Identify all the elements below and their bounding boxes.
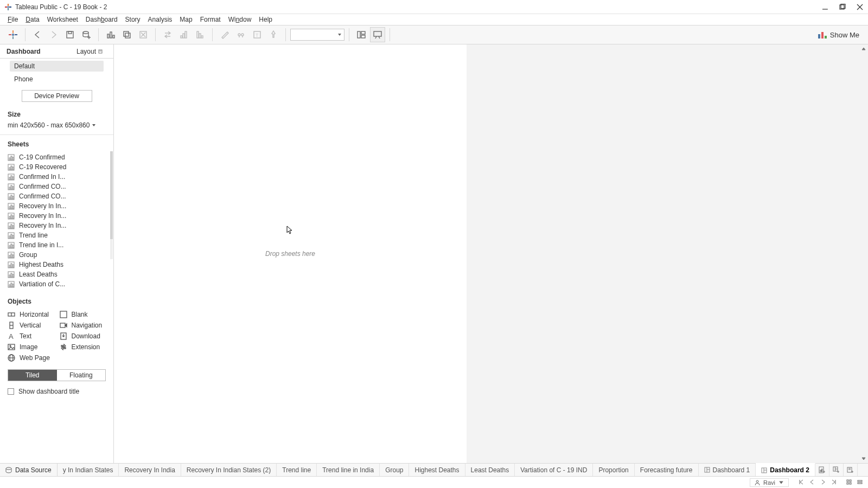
- svg-rect-124: [820, 470, 821, 472]
- nav-prev-icon[interactable]: [809, 479, 815, 486]
- object-vertical[interactable]: Vertical: [8, 322, 54, 329]
- sheet-item[interactable]: C-19 Confirmed: [8, 152, 108, 162]
- objects-header: Objects: [0, 292, 113, 307]
- nav-last-icon[interactable]: [831, 479, 837, 486]
- tab-layout[interactable]: Layout: [70, 46, 113, 57]
- device-phone[interactable]: Phone: [10, 74, 104, 85]
- sheet-tab[interactable]: Recovery In Indian States (2): [181, 464, 277, 476]
- object-horizontal[interactable]: Horizontal: [8, 311, 54, 318]
- menu-story[interactable]: Story: [122, 15, 144, 24]
- object-blank[interactable]: Blank: [60, 311, 106, 318]
- group-icon[interactable]: [233, 27, 248, 42]
- sheets-list: C-19 Confirmed C-19 Recovered Confirmed …: [0, 150, 113, 292]
- new-worksheet-tab-icon[interactable]: [815, 464, 829, 476]
- pin-icon[interactable]: [266, 27, 281, 42]
- sheet-item[interactable]: C-19 Recovered: [8, 162, 108, 172]
- sheet-tab[interactable]: Trend line in India: [317, 464, 380, 476]
- sheet-item[interactable]: Highest Deaths: [8, 260, 108, 269]
- sheet-tab[interactable]: Group: [380, 464, 409, 476]
- swap-icon[interactable]: [160, 27, 175, 42]
- menu-worksheet[interactable]: Worksheet: [44, 15, 81, 24]
- object-extension[interactable]: Extension: [60, 343, 106, 351]
- dashboard-tab-active[interactable]: Dashboard 2: [756, 463, 815, 476]
- menu-file[interactable]: File: [4, 15, 21, 24]
- sort-desc-icon[interactable]: [193, 27, 208, 42]
- tab-dashboard[interactable]: Dashboard: [0, 46, 47, 57]
- dashboard-canvas[interactable]: Drop sheets here: [114, 44, 467, 463]
- sheet-item[interactable]: Recovery In In...: [8, 211, 108, 221]
- filmstrip-icon[interactable]: [846, 479, 852, 486]
- highlight-icon[interactable]: [217, 27, 232, 42]
- sheet-item[interactable]: Confirmed CO...: [8, 191, 108, 201]
- sheet-item[interactable]: Confirmed CO...: [8, 182, 108, 191]
- sheet-item[interactable]: Trend line: [8, 230, 108, 240]
- save-icon[interactable]: [62, 27, 78, 42]
- sheet-tab[interactable]: Trend line: [277, 464, 317, 476]
- show-me-button[interactable]: Show Me: [815, 31, 863, 39]
- tableau-home-icon[interactable]: [5, 27, 21, 42]
- clear-icon[interactable]: [136, 27, 151, 42]
- sheet-tab[interactable]: y In Indian States: [58, 464, 119, 476]
- sheet-tab[interactable]: Highest Deaths: [409, 464, 465, 476]
- show-cards-icon[interactable]: [354, 27, 369, 42]
- sheet-tab[interactable]: Vartiation of C - 19 IND: [515, 464, 593, 476]
- size-dropdown[interactable]: min 420x560 - max 650x860: [0, 120, 113, 135]
- sheet-item[interactable]: Confirmed In I...: [8, 172, 108, 182]
- duplicate-icon[interactable]: [119, 27, 135, 42]
- menu-dashboard[interactable]: Dashboard: [82, 15, 121, 24]
- object-navigation[interactable]: Navigation: [60, 322, 106, 329]
- sheet-tab[interactable]: Forecasting future: [635, 464, 699, 476]
- svg-rect-0: [8, 4, 9, 6]
- tiled-button[interactable]: Tiled: [8, 370, 57, 381]
- dashboard-tab[interactable]: Dashboard 1: [699, 464, 756, 476]
- device-default[interactable]: Default: [10, 61, 104, 72]
- sheet-item[interactable]: Recovery In In...: [8, 221, 108, 230]
- sheet-tab[interactable]: Least Deaths: [465, 464, 515, 476]
- new-worksheet-icon[interactable]: [103, 27, 118, 42]
- sort-asc-icon[interactable]: [176, 27, 192, 42]
- sheet-item[interactable]: Vartiation of C...: [8, 279, 108, 289]
- scroll-down-icon[interactable]: [861, 454, 866, 463]
- sheet-item[interactable]: Recovery In In...: [8, 201, 108, 211]
- back-icon[interactable]: [30, 27, 45, 42]
- user-dropdown[interactable]: Ravi: [750, 478, 789, 487]
- sheet-item[interactable]: Least Deaths: [8, 269, 108, 279]
- sheet-tab[interactable]: Recovery In India: [119, 464, 181, 476]
- nav-next-icon[interactable]: [820, 479, 826, 486]
- svg-rect-39: [361, 31, 365, 34]
- svg-rect-93: [11, 264, 12, 267]
- object-webpage[interactable]: Web Page: [8, 354, 54, 362]
- minimize-icon[interactable]: [821, 3, 829, 11]
- nav-first-icon[interactable]: [799, 479, 804, 486]
- scroll-up-icon[interactable]: [861, 44, 866, 53]
- device-preview-button[interactable]: Device Preview: [22, 90, 92, 102]
- new-data-icon[interactable]: [79, 27, 94, 42]
- data-source-tab[interactable]: Data Source: [0, 464, 58, 476]
- menu-analysis[interactable]: Analysis: [145, 15, 176, 24]
- close-icon[interactable]: [856, 3, 864, 11]
- new-story-tab-icon[interactable]: [844, 464, 858, 476]
- show-title-checkbox[interactable]: [8, 388, 14, 395]
- sheet-item[interactable]: Group: [8, 250, 108, 260]
- sheets-scroll-thumb[interactable]: [110, 151, 113, 239]
- menu-window[interactable]: Window: [225, 15, 255, 24]
- label-icon[interactable]: T: [250, 27, 265, 42]
- object-text[interactable]: AText: [8, 332, 54, 340]
- vertical-scrollbar[interactable]: [859, 44, 868, 463]
- sheet-item[interactable]: Trend line in I...: [8, 240, 108, 250]
- object-image[interactable]: Image: [8, 343, 54, 351]
- floating-button[interactable]: Floating: [57, 370, 106, 381]
- sorter-icon[interactable]: [857, 479, 863, 486]
- tile-toggle[interactable]: Tiled Floating: [8, 369, 106, 381]
- menu-format[interactable]: Format: [197, 15, 224, 24]
- new-dashboard-tab-icon[interactable]: [829, 464, 844, 476]
- menu-map[interactable]: Map: [176, 15, 195, 24]
- sheet-tab[interactable]: Proportion: [593, 464, 634, 476]
- object-download[interactable]: Download: [60, 332, 106, 340]
- maximize-icon[interactable]: [839, 3, 846, 11]
- menu-data[interactable]: Data: [22, 15, 42, 24]
- fit-dropdown[interactable]: [290, 29, 344, 41]
- presentation-icon[interactable]: [370, 27, 385, 42]
- forward-icon[interactable]: [46, 27, 61, 42]
- menu-help[interactable]: Help: [256, 15, 276, 24]
